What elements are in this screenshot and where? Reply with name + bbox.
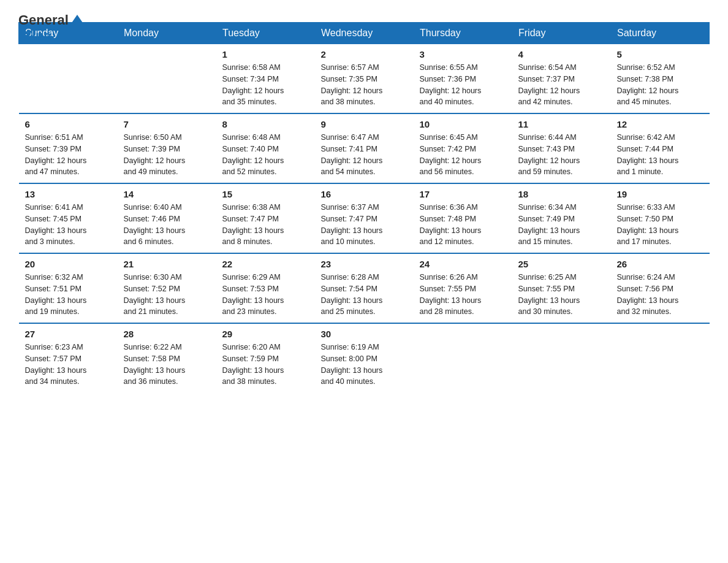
calendar-cell (512, 323, 611, 393)
day-info: Sunrise: 6:42 AMSunset: 7:44 PMDaylight:… (617, 132, 703, 178)
day-info: Sunrise: 6:22 AMSunset: 7:58 PMDaylight:… (124, 342, 210, 388)
day-info: Sunrise: 6:40 AMSunset: 7:46 PMDaylight:… (124, 202, 210, 248)
day-info: Sunrise: 6:34 AMSunset: 7:49 PMDaylight:… (518, 202, 605, 248)
day-number: 22 (222, 259, 309, 269)
day-number: 12 (617, 119, 703, 129)
calendar-cell: 5Sunrise: 6:52 AMSunset: 7:38 PMDaylight… (611, 44, 710, 114)
calendar-cell: 29Sunrise: 6:20 AMSunset: 7:59 PMDayligh… (216, 323, 315, 393)
day-number: 23 (321, 259, 408, 269)
day-info: Sunrise: 6:36 AMSunset: 7:48 PMDaylight:… (420, 202, 506, 248)
day-info: Sunrise: 6:29 AMSunset: 7:53 PMDaylight:… (222, 272, 309, 318)
day-info: Sunrise: 6:55 AMSunset: 7:36 PMDaylight:… (420, 62, 506, 108)
day-info: Sunrise: 6:37 AMSunset: 7:47 PMDaylight:… (321, 202, 408, 248)
day-info: Sunrise: 6:30 AMSunset: 7:52 PMDaylight:… (124, 272, 210, 318)
logo-line2: Blue (18, 28, 84, 44)
calendar-cell: 7Sunrise: 6:50 AMSunset: 7:39 PMDaylight… (118, 113, 216, 183)
header-saturday: Saturday (611, 23, 710, 44)
day-number: 10 (420, 119, 506, 129)
calendar-week-row: 20Sunrise: 6:32 AMSunset: 7:51 PMDayligh… (19, 253, 710, 323)
calendar-cell (118, 44, 216, 114)
day-number: 27 (25, 329, 112, 339)
calendar-cell: 14Sunrise: 6:40 AMSunset: 7:46 PMDayligh… (118, 183, 216, 253)
calendar-cell: 10Sunrise: 6:45 AMSunset: 7:42 PMDayligh… (414, 113, 512, 183)
calendar-cell: 22Sunrise: 6:29 AMSunset: 7:53 PMDayligh… (216, 253, 315, 323)
calendar-cell (611, 323, 710, 393)
calendar-table: SundayMondayTuesdayWednesdayThursdayFrid… (18, 22, 710, 393)
calendar-cell: 13Sunrise: 6:41 AMSunset: 7:45 PMDayligh… (19, 183, 118, 253)
calendar-cell: 11Sunrise: 6:44 AMSunset: 7:43 PMDayligh… (512, 113, 611, 183)
calendar-cell: 20Sunrise: 6:32 AMSunset: 7:51 PMDayligh… (19, 253, 118, 323)
day-info: Sunrise: 6:48 AMSunset: 7:40 PMDaylight:… (222, 132, 309, 178)
day-info: Sunrise: 6:23 AMSunset: 7:57 PMDaylight:… (25, 342, 112, 388)
calendar-header-row: SundayMondayTuesdayWednesdayThursdayFrid… (19, 23, 710, 44)
logo-arrow-icon (70, 13, 84, 27)
calendar-week-row: 13Sunrise: 6:41 AMSunset: 7:45 PMDayligh… (19, 183, 710, 253)
day-info: Sunrise: 6:58 AMSunset: 7:34 PMDaylight:… (222, 62, 309, 108)
day-number: 13 (25, 189, 112, 199)
calendar-cell: 23Sunrise: 6:28 AMSunset: 7:54 PMDayligh… (315, 253, 414, 323)
logo-general: General (18, 12, 69, 28)
day-info: Sunrise: 6:25 AMSunset: 7:55 PMDaylight:… (518, 272, 605, 318)
calendar-cell: 12Sunrise: 6:42 AMSunset: 7:44 PMDayligh… (611, 113, 710, 183)
day-number: 5 (617, 49, 703, 59)
day-info: Sunrise: 6:41 AMSunset: 7:45 PMDaylight:… (25, 202, 112, 248)
day-number: 8 (222, 119, 309, 129)
day-info: Sunrise: 6:26 AMSunset: 7:55 PMDaylight:… (420, 272, 506, 318)
calendar-cell: 30Sunrise: 6:19 AMSunset: 8:00 PMDayligh… (315, 323, 414, 393)
calendar-cell: 15Sunrise: 6:38 AMSunset: 7:47 PMDayligh… (216, 183, 315, 253)
day-info: Sunrise: 6:24 AMSunset: 7:56 PMDaylight:… (617, 272, 703, 318)
calendar-cell: 16Sunrise: 6:37 AMSunset: 7:47 PMDayligh… (315, 183, 414, 253)
calendar-cell (414, 323, 512, 393)
day-info: Sunrise: 6:52 AMSunset: 7:38 PMDaylight:… (617, 62, 703, 108)
calendar-cell: 8Sunrise: 6:48 AMSunset: 7:40 PMDaylight… (216, 113, 315, 183)
day-number: 24 (420, 259, 506, 269)
day-info: Sunrise: 6:20 AMSunset: 7:59 PMDaylight:… (222, 342, 309, 388)
day-info: Sunrise: 6:50 AMSunset: 7:39 PMDaylight:… (124, 132, 210, 178)
logo-line1: General (18, 12, 84, 28)
day-info: Sunrise: 6:32 AMSunset: 7:51 PMDaylight:… (25, 272, 112, 318)
day-number: 2 (321, 49, 408, 59)
day-info: Sunrise: 6:38 AMSunset: 7:47 PMDaylight:… (222, 202, 309, 248)
calendar-cell: 25Sunrise: 6:25 AMSunset: 7:55 PMDayligh… (512, 253, 611, 323)
calendar-cell: 28Sunrise: 6:22 AMSunset: 7:58 PMDayligh… (118, 323, 216, 393)
day-info: Sunrise: 6:54 AMSunset: 7:37 PMDaylight:… (518, 62, 605, 108)
header-friday: Friday (512, 23, 611, 44)
day-number: 16 (321, 189, 408, 199)
svg-marker-0 (70, 15, 84, 25)
header-monday: Monday (118, 23, 216, 44)
day-info: Sunrise: 6:19 AMSunset: 8:00 PMDaylight:… (321, 342, 408, 388)
day-info: Sunrise: 6:33 AMSunset: 7:50 PMDaylight:… (617, 202, 703, 248)
day-number: 7 (124, 119, 210, 129)
calendar-week-row: 27Sunrise: 6:23 AMSunset: 7:57 PMDayligh… (19, 323, 710, 393)
calendar-cell: 3Sunrise: 6:55 AMSunset: 7:36 PMDaylight… (414, 44, 512, 114)
day-number: 21 (124, 259, 210, 269)
calendar-cell: 17Sunrise: 6:36 AMSunset: 7:48 PMDayligh… (414, 183, 512, 253)
day-number: 30 (321, 329, 408, 339)
calendar-cell: 1Sunrise: 6:58 AMSunset: 7:34 PMDaylight… (216, 44, 315, 114)
day-number: 25 (518, 259, 605, 269)
calendar-cell: 6Sunrise: 6:51 AMSunset: 7:39 PMDaylight… (19, 113, 118, 183)
day-number: 14 (124, 189, 210, 199)
day-number: 3 (420, 49, 506, 59)
calendar-cell: 26Sunrise: 6:24 AMSunset: 7:56 PMDayligh… (611, 253, 710, 323)
day-number: 18 (518, 189, 605, 199)
day-number: 28 (124, 329, 210, 339)
day-info: Sunrise: 6:51 AMSunset: 7:39 PMDaylight:… (25, 132, 112, 178)
day-number: 15 (222, 189, 309, 199)
day-info: Sunrise: 6:44 AMSunset: 7:43 PMDaylight:… (518, 132, 605, 178)
logo-container: General Blue (18, 12, 84, 44)
day-number: 17 (420, 189, 506, 199)
day-number: 11 (518, 119, 605, 129)
calendar-cell: 27Sunrise: 6:23 AMSunset: 7:57 PMDayligh… (19, 323, 118, 393)
header-wednesday: Wednesday (315, 23, 414, 44)
calendar-cell: 4Sunrise: 6:54 AMSunset: 7:37 PMDaylight… (512, 44, 611, 114)
day-number: 9 (321, 119, 408, 129)
calendar-cell (19, 44, 118, 114)
header-thursday: Thursday (414, 23, 512, 44)
day-number: 29 (222, 329, 309, 339)
header-tuesday: Tuesday (216, 23, 315, 44)
calendar-cell: 19Sunrise: 6:33 AMSunset: 7:50 PMDayligh… (611, 183, 710, 253)
calendar-cell: 24Sunrise: 6:26 AMSunset: 7:55 PMDayligh… (414, 253, 512, 323)
day-info: Sunrise: 6:47 AMSunset: 7:41 PMDaylight:… (321, 132, 408, 178)
calendar-cell: 18Sunrise: 6:34 AMSunset: 7:49 PMDayligh… (512, 183, 611, 253)
